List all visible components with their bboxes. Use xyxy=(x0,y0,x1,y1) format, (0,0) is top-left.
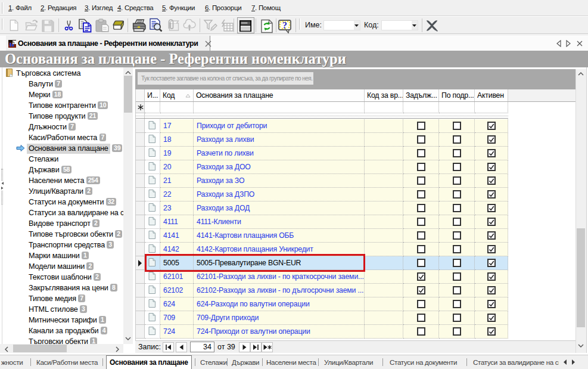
svg-text:?: ? xyxy=(282,20,287,30)
